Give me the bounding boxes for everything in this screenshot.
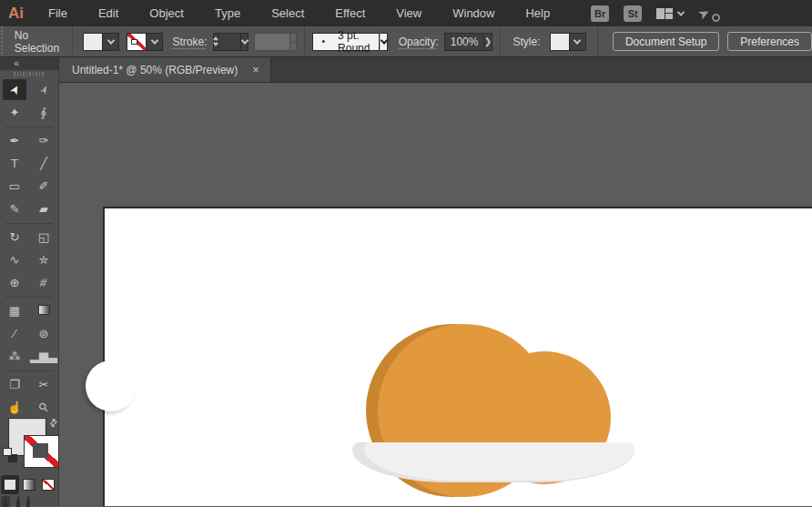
pen-tool[interactable]: ✒	[0, 129, 29, 152]
bridge-button[interactable]: Br	[591, 5, 609, 22]
swap-fill-stroke-icon[interactable]: ⇄	[46, 416, 61, 431]
selection-tool[interactable]: ➤	[3, 79, 26, 100]
direct-selection-icon: ➢	[36, 82, 52, 97]
opacity-field[interactable]: 100%	[444, 33, 484, 51]
toolbar-collapse-button[interactable]: «	[0, 57, 58, 70]
tools-grid: ➤➢✦∮✒✑T╱▭✐✎▰↻◱∿✮⊕#▦∕⊚⁂▂▆▃❐✂☝⚲	[0, 78, 58, 419]
fill-stroke-proxy: ⇄	[0, 417, 59, 473]
shape-builder-icon: ⊕	[10, 276, 20, 289]
toolbar-grip-icon[interactable]	[0, 70, 58, 78]
puppet-warp-tool[interactable]: ✮	[29, 248, 58, 271]
color-mode-row	[0, 473, 59, 496]
draw-behind-button[interactable]	[16, 498, 20, 507]
toolbar-separator	[0, 294, 58, 299]
menubar-right-icons: Br St ➤	[591, 5, 720, 22]
share-gpu-icon[interactable]: ➤	[698, 5, 720, 22]
canvas[interactable]	[59, 83, 812, 506]
stroke-color-dropdown[interactable]	[127, 33, 163, 51]
opacity-panel-link[interactable]: Opacity:	[399, 35, 439, 48]
document-tab-title: Untitled-1* @ 50% (RGB/Preview)	[72, 64, 238, 76]
default-fill-stroke-icon[interactable]	[3, 448, 17, 462]
eraser-icon: ▰	[39, 202, 48, 216]
stroke-panel-link[interactable]: Stroke:	[172, 35, 207, 48]
paintbrush-icon: ✐	[39, 179, 49, 193]
gradient-button[interactable]	[20, 475, 38, 494]
draw-inside-button[interactable]	[26, 498, 30, 507]
hand-icon: ☝	[7, 401, 22, 414]
color-button[interactable]	[1, 475, 19, 494]
rectangle-icon: ▭	[9, 179, 20, 193]
menu-select[interactable]: Select	[256, 6, 320, 20]
rotate-icon: ↻	[10, 230, 20, 244]
gradient-tool[interactable]	[29, 299, 58, 322]
hand-tool[interactable]: ☝	[0, 396, 29, 419]
menu-effect[interactable]: Effect	[320, 6, 381, 20]
brush-definition-chevron[interactable]	[380, 33, 387, 51]
menu-file[interactable]: File	[33, 6, 83, 20]
stock-button[interactable]: St	[624, 5, 642, 22]
menu-window[interactable]: Window	[437, 6, 510, 20]
eyedropper-icon: ∕	[14, 327, 15, 340]
artboard-icon: ❐	[9, 378, 20, 391]
stroke-proxy-swatch[interactable]	[25, 436, 58, 467]
curvature-tool[interactable]: ✑	[29, 129, 58, 152]
document-setup-button[interactable]: Document Setup	[613, 32, 719, 51]
scale-tool[interactable]: ◱	[29, 226, 58, 248]
width-tool[interactable]: ∿	[0, 248, 29, 271]
plate-shape[interactable]	[364, 442, 634, 481]
line-segment-tool[interactable]: ╱	[29, 152, 58, 175]
menu-edit[interactable]: Edit	[83, 6, 134, 20]
stroke-width-field[interactable]	[218, 33, 241, 51]
lasso-icon: ∮	[41, 106, 47, 119]
workspace-switcher[interactable]	[656, 8, 684, 19]
stepper-down-icon	[213, 41, 218, 46]
menu-help[interactable]: Help	[510, 6, 565, 20]
tools-panel: « ➤➢✦∮✒✑T╱▭✐✎▰↻◱∿✮⊕#▦∕⊚⁂▂▆▃❐✂☝⚲ ⇄	[0, 57, 59, 506]
menu-object[interactable]: Object	[134, 6, 199, 20]
mesh-tool[interactable]: ▦	[0, 299, 29, 322]
eraser-tool[interactable]: ▰	[29, 198, 58, 220]
magic-wand-tool[interactable]: ✦	[0, 101, 29, 124]
paintbrush-tool[interactable]: ✐	[29, 175, 58, 198]
close-tab-icon[interactable]: ×	[252, 63, 259, 76]
panel-grip-icon[interactable]	[0, 26, 3, 56]
lasso-tool[interactable]: ∮	[29, 101, 58, 124]
perspective-grid-icon: #	[39, 276, 48, 289]
magic-wand-icon: ✦	[10, 106, 20, 119]
preferences-button[interactable]: Preferences	[727, 32, 812, 51]
opacity-more-button[interactable]: ❯	[484, 33, 492, 51]
document-tab[interactable]: Untitled-1* @ 50% (RGB/Preview) ×	[59, 57, 271, 82]
shaper-tool[interactable]: ✎	[0, 198, 29, 220]
slice-icon: ✂	[39, 378, 49, 391]
control-bar: No Selection Stroke: • 3 pt. Round Opaci…	[0, 26, 812, 57]
blend-tool[interactable]: ⊚	[29, 322, 58, 345]
direct-selection-tool[interactable]: ➢	[29, 78, 58, 101]
artboard-tool[interactable]: ❐	[0, 373, 29, 396]
rectangle-tool[interactable]: ▭	[0, 175, 29, 198]
eyedropper-tool[interactable]: ∕	[0, 322, 29, 345]
style-dropdown[interactable]	[550, 33, 586, 51]
fill-color-dropdown[interactable]	[83, 33, 119, 51]
symbol-sprayer-tool[interactable]: ⁂	[0, 345, 29, 368]
column-graph-tool[interactable]: ▂▆▃	[29, 345, 58, 368]
white-circle-shape[interactable]	[86, 360, 137, 411]
none-button[interactable]	[39, 475, 57, 494]
line-segment-icon: ╱	[40, 157, 47, 170]
stroke-width-dropdown[interactable]	[241, 33, 249, 51]
stroke-width-stepper[interactable]	[213, 33, 219, 51]
brush-definition-dropdown[interactable]: • 3 pt. Round	[312, 33, 381, 51]
menu-type[interactable]: Type	[199, 6, 256, 20]
chevron-down-icon	[573, 36, 581, 44]
type-tool[interactable]: T	[0, 152, 29, 175]
width-profile-chevron	[290, 33, 297, 51]
zoom-tool[interactable]: ⚲	[29, 396, 58, 419]
rotate-tool[interactable]: ↻	[0, 226, 29, 248]
menu-view[interactable]: View	[381, 6, 437, 20]
menu-bar: Ai FileEditObjectTypeSelectEffectViewWin…	[0, 0, 812, 26]
shape-builder-tool[interactable]: ⊕	[0, 271, 29, 294]
perspective-grid-tool[interactable]: #	[29, 271, 58, 294]
draw-normal-button[interactable]	[1, 496, 10, 507]
slice-tool[interactable]: ✂	[29, 373, 58, 396]
selection-status: No Selection	[15, 29, 59, 55]
toolbar-separator	[0, 124, 58, 129]
